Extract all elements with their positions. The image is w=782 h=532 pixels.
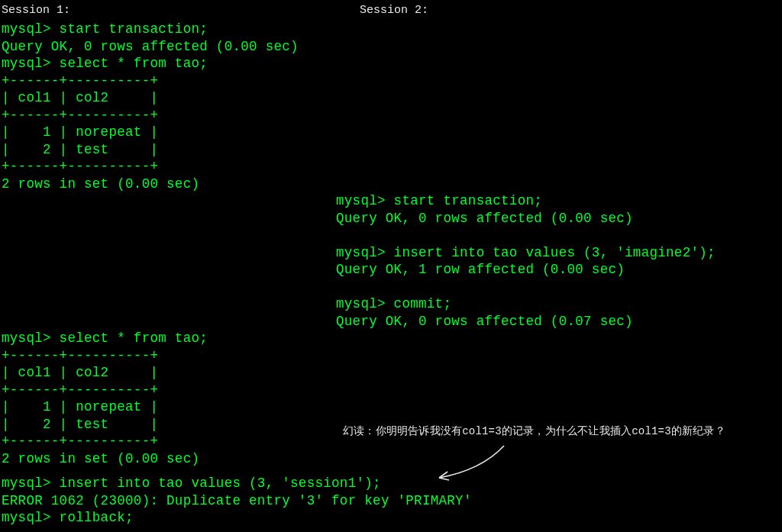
session1-output-block3: mysql> insert into tao values (3, 'sessi… <box>2 475 472 527</box>
session1-label: Session 1: <box>2 4 70 17</box>
session1-output-block2: mysql> select * from tao; +------+------… <box>2 330 208 467</box>
terminal-screenshot: Session 1: Session 2: mysql> start trans… <box>0 0 782 532</box>
session2-output-block1: mysql> start transaction; Query OK, 0 ro… <box>336 192 716 330</box>
session1-output-block1: mysql> start transaction; Query OK, 0 ro… <box>2 21 299 192</box>
phantom-read-annotation: 幻读：你明明告诉我没有col1=3的记录，为什么不让我插入col1=3的新纪录？ <box>343 424 725 438</box>
session2-label: Session 2: <box>360 4 428 17</box>
annotation-arrow-icon <box>428 440 519 497</box>
